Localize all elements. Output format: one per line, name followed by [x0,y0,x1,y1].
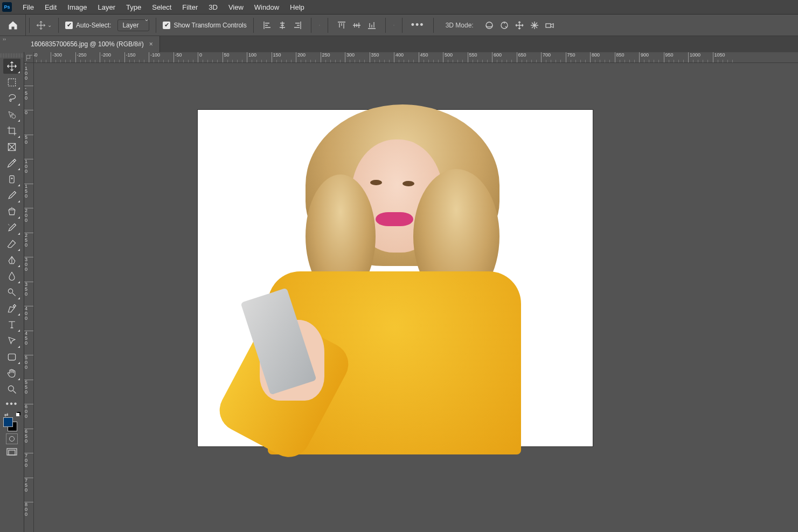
menu-bar: Ps File Edit Image Layer Type Select Fil… [0,0,798,15]
image-region-eye [403,181,414,186]
show-transform-toggle[interactable]: ✔ Show Transform Controls [159,15,249,36]
type-tool[interactable] [3,317,20,332]
ruler-tick: 4 0 0 [24,306,34,321]
show-transform-label: Show Transform Controls [174,22,246,29]
svg-rect-3 [8,79,15,86]
align-vertical-group [331,20,382,30]
close-tab-button[interactable]: × [149,40,153,48]
eyedropper-tool[interactable] [3,156,20,171]
auto-select-target-select[interactable]: Layer [117,19,149,31]
auto-select-target[interactable]: Layer [114,15,152,36]
separator [253,18,254,33]
ruler-tick: 8 0 0 [24,502,34,517]
ruler-tick: - 5 0 [24,86,34,101]
menu-window[interactable]: Window [249,0,284,15]
more-options-button[interactable]: ••• [406,19,430,31]
align-vcenter-icon[interactable] [352,20,362,30]
edit-toolbar-button[interactable]: ••• [6,399,18,409]
orbit-3d-icon[interactable] [484,20,494,30]
ruler-tick: 0 [24,110,34,115]
screen-mode-button[interactable] [5,446,19,458]
menu-select[interactable]: Select [147,0,177,15]
ruler-tick: 2 0 0 [24,208,34,223]
ruler-tick: 50 [223,52,230,63]
align-right-icon[interactable] [293,20,302,30]
gradient-tool[interactable] [3,253,20,268]
ruler-tick: 1 0 0 [24,159,34,174]
document-tab[interactable]: 1606835700656.jpg @ 100% (RGB/8#) × [24,36,160,52]
menu-view[interactable]: View [223,0,249,15]
ruler-tick: 7 5 0 [24,478,34,493]
align-left-icon[interactable] [262,20,272,30]
dodge-tool[interactable] [3,285,20,300]
menu-3d[interactable]: 3D [203,0,223,15]
checkbox-checked-icon: ✔ [65,22,73,29]
ruler-horizontal[interactable]: -350-300-250-200-150-100-500501001502002… [34,52,798,63]
align-hcenter-icon[interactable] [277,20,287,30]
move-tool[interactable] [3,59,20,74]
swap-colors-icon[interactable]: ⇄ [4,412,9,417]
path-select-tool[interactable] [3,333,20,348]
ruler-tick: - 1 0 0 [24,63,34,81]
menu-edit[interactable]: Edit [39,0,62,15]
document-tab-strip: 1606835700656.jpg @ 100% (RGB/8#) × [24,36,798,52]
zoom-tool[interactable] [3,382,20,397]
lasso-tool[interactable] [3,91,20,106]
panel-grip[interactable] [0,53,24,58]
ruler-tick: 6 0 0 [24,404,34,419]
checkbox-checked-icon: ✔ [163,22,170,29]
panel-collapse-handle[interactable]: ›› [0,36,9,43]
document-tab-title: 1606835700656.jpg @ 100% (RGB/8#) [31,40,144,48]
auto-select-toggle[interactable]: ✔ Auto-Select: [62,15,114,36]
distribute-h-icon[interactable] [315,20,324,30]
distribute-v-icon[interactable] [389,20,399,30]
blur-tool[interactable] [3,269,20,284]
auto-select-label: Auto-Select: [76,22,111,29]
pen-tool[interactable] [3,301,20,316]
clone-stamp-tool[interactable] [3,204,20,219]
document-canvas[interactable] [198,110,593,446]
menu-file[interactable]: File [17,0,39,15]
home-button[interactable] [0,15,26,36]
move-icon [36,20,46,30]
canvas-viewport[interactable] [34,63,798,532]
brush-tool[interactable] [3,188,20,203]
slide-3d-icon[interactable] [530,20,539,30]
hand-tool[interactable] [3,366,20,381]
ruler-tick: 5 0 0 [24,355,34,370]
svg-point-9 [8,386,13,391]
shape-tool[interactable] [3,349,20,365]
menu-type[interactable]: Type [121,0,147,15]
marquee-tool[interactable] [3,75,20,90]
menu-filter[interactable]: Filter [177,0,203,15]
quick-select-tool[interactable] [3,107,20,122]
frame-tool[interactable] [3,139,20,155]
menu-help[interactable]: Help [284,0,310,15]
roll-3d-icon[interactable] [499,20,509,30]
ruler-tick: 5 0 [24,135,34,145]
align-bottom-icon[interactable] [367,20,377,30]
history-brush-tool[interactable] [3,220,20,235]
color-swatches[interactable]: ⇄ [3,412,20,430]
align-top-icon[interactable] [337,20,346,30]
image-region-eye [370,180,382,185]
eraser-tool[interactable] [3,236,20,251]
separator [328,18,328,33]
crop-tool[interactable] [3,123,20,138]
ruler-tick: 4 5 0 [24,331,34,346]
menu-image[interactable]: Image [62,0,92,15]
move-tool-indicator[interactable]: ⌄ [33,15,55,36]
options-bar: ⌄ ✔ Auto-Select: Layer ✔ Show Transform … [0,15,798,36]
pan-3d-icon[interactable] [515,20,524,30]
svg-rect-11 [9,450,15,455]
ruler-origin[interactable] [24,52,34,63]
foreground-swatch[interactable] [3,417,13,427]
default-colors-icon[interactable] [15,412,20,417]
healing-brush-tool[interactable] [3,172,20,187]
menu-layer[interactable]: Layer [93,0,121,15]
quick-mask-button[interactable] [6,433,18,444]
mode-3d-controls [479,20,560,30]
ruler-tick: 7 0 0 [24,453,34,468]
ruler-vertical[interactable]: - 1 0 0- 5 005 01 0 01 5 02 0 02 5 03 0 … [24,63,34,532]
camera-3d-icon[interactable] [545,20,554,30]
